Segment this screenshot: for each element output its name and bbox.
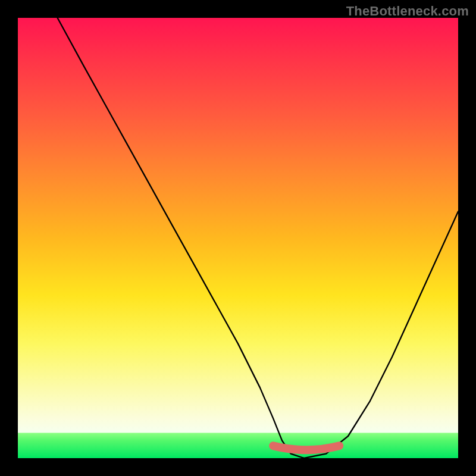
trough-bar [273, 446, 339, 450]
watermark-text: TheBottleneck.com [346, 4, 469, 19]
chart-frame: TheBottleneck.com [0, 0, 476, 476]
plot-area [18, 18, 458, 458]
bottleneck-curve [58, 18, 458, 458]
curve-layer [18, 18, 458, 458]
